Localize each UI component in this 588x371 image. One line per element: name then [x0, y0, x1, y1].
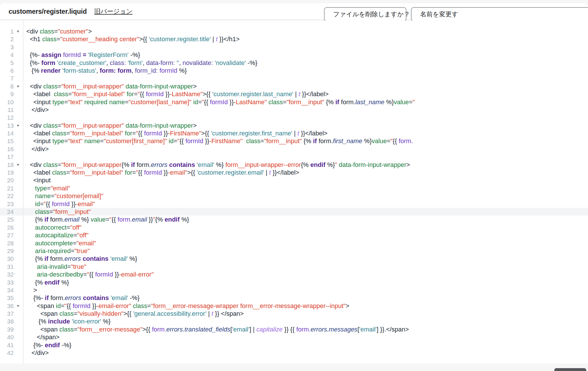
- fold-arrow-icon[interactable]: ▾: [14, 161, 22, 169]
- code-line[interactable]: 35 {%- if form.errors contains 'email' -…: [0, 294, 588, 302]
- fold-spacer: [14, 333, 22, 341]
- line-number: 22: [0, 192, 14, 200]
- code-text: <label class="form__input-label" for="{{…: [23, 169, 299, 176]
- gutter: 29: [0, 247, 23, 255]
- code-line[interactable]: 23 id="{{ formId }}-email": [0, 200, 588, 208]
- code-line[interactable]: 24 class="form__input": [0, 208, 588, 216]
- fold-spacer: [14, 263, 22, 271]
- code-line[interactable]: 13▾ <div class="form__input-wrapper" dat…: [0, 122, 588, 129]
- code-line[interactable]: 9 <label class="form__input-label" for="…: [0, 90, 588, 98]
- gutter: 22: [0, 192, 23, 200]
- gutter: 6: [0, 67, 23, 74]
- line-number: 14: [0, 129, 14, 137]
- code-line[interactable]: 6 {% render 'form-status', form: form, f…: [0, 67, 588, 74]
- code-line[interactable]: 8▾ <div class="form__input-wrapper" data…: [0, 82, 588, 90]
- code-line[interactable]: 34 >: [0, 286, 588, 294]
- code-text: <div class="form__input-wrapper" data-fo…: [23, 82, 197, 90]
- gutter: 7: [0, 74, 23, 82]
- fold-arrow-icon[interactable]: ▾: [14, 122, 22, 129]
- line-number: 12: [0, 114, 14, 121]
- code-line[interactable]: 14 <label class="form__input-label" for=…: [0, 129, 588, 137]
- code-line[interactable]: 31 aria-invalid="true": [0, 263, 588, 271]
- fold-arrow-icon[interactable]: ▾: [14, 27, 22, 35]
- code-line[interactable]: 1▾<div class="customer">: [0, 27, 588, 35]
- line-number: 36: [0, 302, 14, 310]
- code-text: <label class="form__input-label" for="{{…: [23, 90, 329, 98]
- code-text: </div>: [23, 145, 49, 153]
- code-line[interactable]: 7: [0, 74, 588, 82]
- code-line[interactable]: 4 {%- assign formId = 'RegisterForm' -%}: [0, 51, 588, 59]
- gutter: 36▾: [0, 302, 23, 310]
- line-number: 23: [0, 200, 14, 208]
- code-line[interactable]: 32 aria-describedby="{{ formId }}-email-…: [0, 271, 588, 278]
- code-line[interactable]: 38 {% include 'icon-error' %}: [0, 317, 588, 325]
- code-line[interactable]: 40 </span>: [0, 333, 588, 341]
- code-line[interactable]: 10 <input type="text" required name="cus…: [0, 98, 588, 106]
- fold-spacer: [14, 51, 22, 59]
- line-number: 28: [0, 239, 14, 247]
- fold-arrow-icon[interactable]: ▾: [14, 302, 22, 310]
- code-line[interactable]: 28 autocomplete="email": [0, 239, 588, 247]
- code-text: aria-required="true": [23, 247, 90, 255]
- code-text: <div class="customer">: [23, 27, 92, 35]
- code-text: autocomplete="email": [23, 239, 96, 247]
- code-line[interactable]: 25 {% if form.email %} value="{{ form.em…: [0, 216, 588, 223]
- code-line[interactable]: 30 {% if form.errors contains 'email' %}: [0, 255, 588, 263]
- code-line[interactable]: 18▾ <div class="form__input-wrapper{% if…: [0, 161, 588, 169]
- fold-spacer: [14, 74, 22, 82]
- code-text: {%- if form.errors contains 'email' -%}: [23, 294, 140, 302]
- code-line[interactable]: 39 <span class="form__error-message">{{ …: [0, 325, 588, 333]
- gutter: 41: [0, 341, 23, 349]
- code-line[interactable]: 20 <input: [0, 176, 588, 184]
- gutter: 5: [0, 59, 23, 67]
- code-text: type="email": [23, 184, 70, 192]
- code-line[interactable]: 29 aria-required="true": [0, 247, 588, 255]
- code-line[interactable]: 11 </div>: [0, 106, 588, 114]
- code-line[interactable]: 5 {%- form 'create_customer', class: 'fo…: [0, 59, 588, 67]
- code-line[interactable]: 21 type="email": [0, 184, 588, 192]
- fold-spacer: [14, 129, 22, 137]
- code-text: [23, 43, 26, 51]
- fold-spacer: [14, 59, 22, 67]
- fold-arrow-icon[interactable]: ▾: [14, 82, 22, 90]
- line-number: 15: [0, 137, 14, 145]
- code-line[interactable]: 15 <input type="text" name="customer[fir…: [0, 137, 588, 145]
- code-line[interactable]: 36▾ <span id="{{ formId }}-email-error" …: [0, 302, 588, 310]
- code-line[interactable]: 16 </div>: [0, 145, 588, 153]
- rename-file-button[interactable]: 名前を変更す: [411, 7, 588, 21]
- delete-file-button[interactable]: ファイルを削除しますか？: [324, 7, 406, 21]
- code-line[interactable]: 37 <span class="visually-hidden">{{ 'gen…: [0, 310, 588, 317]
- code-line[interactable]: 22 name="customer[email]": [0, 192, 588, 200]
- code-line[interactable]: 2 <h1 class="customer__heading center">{…: [0, 35, 588, 43]
- fold-spacer: [14, 169, 22, 176]
- old-version-link[interactable]: 旧バージョン: [94, 7, 133, 16]
- code-text: [23, 114, 26, 121]
- horizontal-scrollbar-track: [0, 364, 588, 371]
- horizontal-scrollbar-thumb[interactable]: [554, 368, 586, 371]
- code-line[interactable]: 17: [0, 153, 588, 161]
- code-line[interactable]: 19 <label class="form__input-label" for=…: [0, 169, 588, 176]
- file-title: customers/register.liquid: [9, 8, 87, 15]
- fold-spacer: [14, 294, 22, 302]
- code-text: {% if form.errors contains 'email' %}: [23, 255, 137, 263]
- code-line[interactable]: 26 autocorrect="off": [0, 224, 588, 231]
- gutter: 19: [0, 169, 23, 176]
- fold-spacer: [14, 216, 22, 223]
- code-line[interactable]: 3: [0, 43, 588, 51]
- code-line[interactable]: 27 autocapitalize="off": [0, 231, 588, 239]
- code-line[interactable]: 33 {% endif %}: [0, 279, 588, 286]
- line-number: 33: [0, 279, 14, 286]
- fold-spacer: [14, 153, 22, 161]
- code-line[interactable]: 41 {%- endif -%}: [0, 341, 588, 349]
- code-text: id="{{ formId }}-email": [23, 200, 95, 208]
- fold-spacer: [14, 271, 22, 278]
- gutter: 42: [0, 349, 23, 357]
- gutter: 26: [0, 224, 23, 231]
- fold-spacer: [14, 114, 22, 121]
- code-line[interactable]: 42 </div>: [0, 349, 588, 357]
- code-editor[interactable]: 1▾<div class="customer">2 <h1 class="cus…: [0, 21, 588, 364]
- line-number: 19: [0, 169, 14, 176]
- line-number: 2: [0, 35, 14, 43]
- code-text: >: [23, 286, 37, 294]
- code-line[interactable]: 12: [0, 114, 588, 121]
